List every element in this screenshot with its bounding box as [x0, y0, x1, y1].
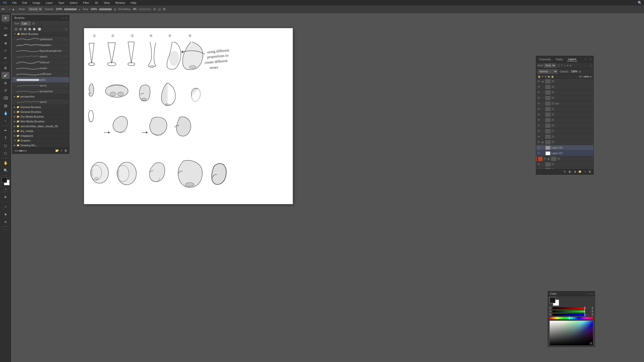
layer-vis-26[interactable]: 👁	[538, 135, 541, 138]
mode-select[interactable]: Normal	[28, 7, 43, 11]
layer-vis-22[interactable]: 👁	[538, 168, 541, 169]
layer-item-25[interactable]: 👁 ▶ 25	[536, 140, 593, 145]
opacity-arrow[interactable]: ▶	[579, 70, 581, 73]
size-input[interactable]	[21, 22, 31, 25]
flow-slider[interactable]	[99, 8, 112, 10]
brush-item-paint[interactable]: paint ⋯	[12, 77, 69, 83]
layer-item-27[interactable]: 👁 ▶ 27	[536, 128, 593, 134]
brush-panel-minimize[interactable]: —	[62, 17, 65, 19]
layer-item-24[interactable]: 👁 ▶ 24	[536, 156, 593, 162]
brush-more-btn-8[interactable]: ⋯	[65, 78, 67, 81]
perspective-group[interactable]: ▶ 📁 perspective	[12, 94, 69, 99]
layer-item-34[interactable]: 👁 ▶ 34	[536, 90, 593, 95]
layer-vis-141[interactable]: 👁	[538, 146, 541, 149]
stamp-tool[interactable]: ⊛	[2, 79, 10, 86]
filter-shape-icon[interactable]: ◻	[564, 64, 566, 67]
layer-vis-24[interactable]: 👁	[543, 157, 547, 160]
r-slider[interactable]	[552, 307, 585, 309]
filter-toggle[interactable]: ○	[590, 64, 592, 67]
layer-item-32age[interactable]: 👁 ▶ 32 age	[536, 101, 593, 106]
history-tool[interactable]: ↺	[2, 87, 10, 94]
brush-item-softeraser[interactable]: softEraser ⋯	[12, 71, 69, 77]
paths-tab[interactable]: Paths	[555, 57, 564, 61]
brush-tool[interactable]: 🖌	[2, 72, 10, 79]
screen-mode-2[interactable]: ▣	[2, 211, 10, 218]
layer-item-28[interactable]: 👁 ▶ 28	[536, 123, 593, 128]
smoothing-slider[interactable]	[139, 8, 151, 10]
color-spectrum[interactable]	[549, 321, 593, 346]
fg-color-swatch[interactable]	[549, 297, 555, 303]
brush-item-pencil[interactable]: pencil ⋯	[12, 83, 69, 88]
hardness-3[interactable]	[28, 27, 31, 31]
color-panel-minimize[interactable]: —	[588, 292, 590, 295]
layer-vis-34[interactable]: 👁	[538, 91, 541, 94]
brush-new-group-btn[interactable]: 📁	[55, 149, 59, 153]
brush-more-btn-11[interactable]: ⋯	[65, 101, 67, 103]
brush-more-btn-7[interactable]: ⋯	[65, 73, 67, 75]
brush-delete-btn[interactable]: 🗑	[64, 149, 68, 153]
layer-vis-36[interactable]: 👁	[538, 80, 541, 83]
brush-more-btn-3[interactable]: ⋯	[65, 50, 67, 52]
filter-pixel-icon[interactable]: ⬛	[557, 64, 560, 67]
filter-text-icon[interactable]: T	[561, 64, 562, 67]
brush-more-btn-2[interactable]: ⋯	[65, 44, 67, 47]
wet-media-brushes-group[interactable]: ▶ 📁 Dry Media Brushes	[12, 114, 69, 119]
brush-item-perspective-brush[interactable]: perspective ⋯	[12, 88, 69, 94]
swap-colors-icon[interactable]: ⇄	[5, 188, 7, 191]
menu-filter[interactable]: Filter	[82, 1, 90, 5]
menu-3d[interactable]: 3D	[94, 1, 99, 5]
healing-tool[interactable]: ⊕	[2, 64, 10, 71]
layer-item-29[interactable]: 👁 ▶ 29	[536, 117, 593, 123]
brush-new-btn[interactable]: +	[59, 149, 64, 153]
general-brushes-group[interactable]: ▶ 📁 General Brushes	[12, 105, 69, 110]
select-tool[interactable]: ▦	[2, 39, 10, 47]
menu-ps[interactable]: PS	[2, 1, 8, 5]
layer-new-btn[interactable]: +	[583, 170, 587, 174]
layer-fx-btn[interactable]: fx	[563, 170, 567, 174]
layer-vis-29[interactable]: 👁	[538, 119, 541, 121]
screen-mode-3[interactable]: ▤	[2, 218, 10, 225]
g-slider[interactable]	[552, 310, 585, 312]
hardness-0[interactable]	[14, 27, 18, 31]
lock-brush-icon[interactable]: ✏	[542, 75, 544, 78]
kind-select[interactable]: Kind	[544, 63, 556, 68]
move-tool[interactable]: ✛	[2, 15, 10, 22]
shape-tool[interactable]: ◻	[2, 150, 10, 157]
dry-media-brushes-group[interactable]: ▶ 📁 General Brushes	[12, 110, 69, 114]
layers-panel-minimize[interactable]: —	[584, 58, 587, 61]
zoom-tool[interactable]: 🔍	[2, 167, 10, 174]
text-tool[interactable]: T	[2, 134, 10, 142]
brush-item-paintexture[interactable]: paintexture ⋯	[12, 36, 69, 42]
hand-tool[interactable]: ✋	[2, 159, 10, 166]
blend-mode-select[interactable]: Normal	[538, 69, 558, 74]
canvas[interactable]: ① ② ③ ④ ⑤ ⑥	[84, 28, 293, 204]
layer-item-33[interactable]: 👁 ▶ 33	[536, 95, 593, 101]
layers-tab[interactable]: Layers	[567, 57, 577, 61]
layer-vis-30[interactable]: 👁	[538, 113, 541, 116]
layer-vis-27[interactable]: 👁	[538, 130, 541, 132]
mitch-brushes-group[interactable]: ▼ 📁 Mitch Brushes	[12, 32, 69, 36]
brush-more-btn-4[interactable]: ⋯	[65, 55, 67, 58]
brush-more-btn-6[interactable]: ⋯	[65, 67, 67, 70]
filter-clipping-icon[interactable]: ⊗	[570, 64, 572, 67]
lock-transparent-icon[interactable]: 🔒	[538, 75, 541, 78]
dodge-tool[interactable]: ○	[2, 117, 10, 124]
channels-tab[interactable]: Channels	[538, 57, 552, 61]
hardness-2[interactable]	[23, 27, 27, 31]
hardness-4[interactable]	[32, 27, 36, 31]
secretcivilian-group[interactable]: ▶ 📁 secretcivilian_dlam_clouds_05	[12, 124, 69, 129]
menu-window[interactable]: Window	[114, 1, 126, 5]
layer-vis-31[interactable]: 👁	[538, 108, 541, 110]
special-effects-brushes-group[interactable]: ▶ 📁 Wet Media Brushes	[12, 119, 69, 124]
pen-tool[interactable]: ✒	[2, 127, 10, 134]
menu-view[interactable]: View	[103, 1, 111, 5]
search-icon[interactable]: 🔍	[638, 1, 642, 5]
b-slider[interactable]	[552, 314, 585, 316]
layer-vis-33[interactable]: 👁	[538, 97, 541, 99]
menu-help[interactable]: Help	[130, 1, 137, 5]
layer-vis-28[interactable]: 👁	[538, 124, 541, 127]
opacity-slider[interactable]	[64, 8, 77, 10]
hue-slider[interactable]	[549, 317, 593, 319]
path-tool[interactable]: ◻	[2, 142, 10, 149]
layer-mask-btn[interactable]: ◧	[568, 170, 572, 174]
